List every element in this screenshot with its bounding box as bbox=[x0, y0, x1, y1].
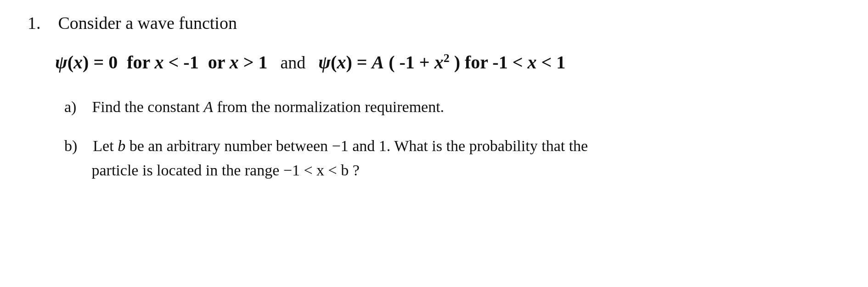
sub-a-var: A bbox=[203, 98, 213, 115]
sub-a-text: Find the constant bbox=[92, 98, 203, 115]
problem-number-text: 1. bbox=[28, 13, 41, 33]
sub-b-text-1: Let bbox=[93, 137, 118, 154]
sub-b-label: b) bbox=[64, 137, 77, 154]
sub-questions: a) Find the constant A from the normaliz… bbox=[64, 95, 840, 182]
problem-intro-text: Consider a wave function bbox=[58, 13, 237, 33]
sub-question-a: a) Find the constant A from the normaliz… bbox=[64, 95, 840, 119]
sub-question-b: b) Let b be an arbitrary number between … bbox=[64, 134, 840, 182]
sub-b-text-2: be an arbitrary number between −1 and 1.… bbox=[125, 137, 588, 154]
and-word: and bbox=[280, 52, 305, 73]
equation-right: ψ(x) = A ( -1 + x2 ) for -1 < x < 1 bbox=[318, 51, 565, 73]
sub-b-var: b bbox=[118, 137, 125, 154]
page: 1. Consider a wave function ψ(x) = 0 for… bbox=[0, 0, 868, 287]
equation-left: ψ(x) = 0 for x < -1 or x > 1 bbox=[55, 51, 267, 73]
wave-equation-row: ψ(x) = 0 for x < -1 or x > 1 and ψ(x) = … bbox=[55, 51, 840, 73]
sub-b-line2: particle is located in the range −1 < x … bbox=[92, 162, 360, 179]
sub-a-label: a) bbox=[64, 98, 76, 115]
sub-a-rest: from the normalization requirement. bbox=[213, 98, 444, 115]
problem-number: 1. Consider a wave function bbox=[28, 13, 840, 33]
